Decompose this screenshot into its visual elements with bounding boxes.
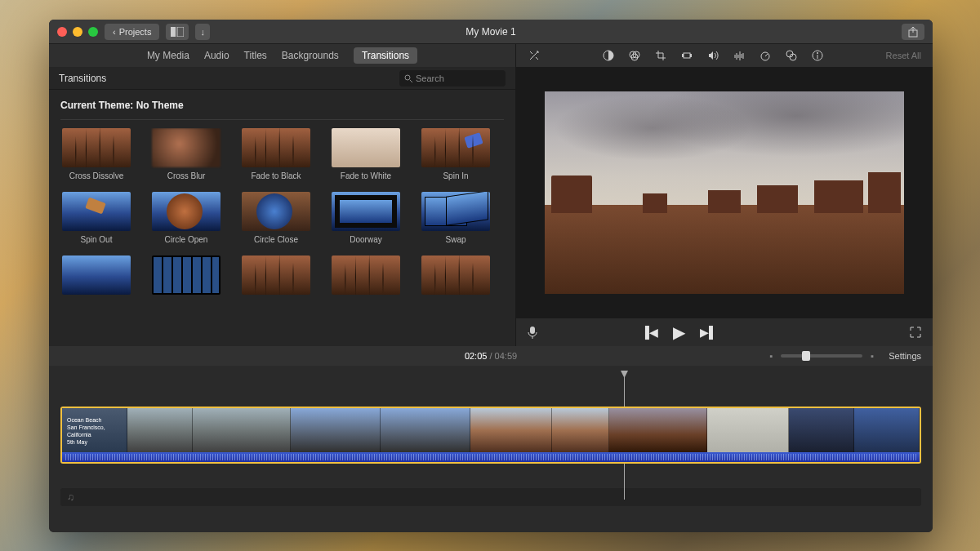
clip[interactable] (552, 408, 609, 452)
volume-icon[interactable] (706, 49, 719, 62)
playback-controls: ▐◀ ▶ ▶▌ (516, 318, 933, 346)
viewer-toolbar: Reset All (516, 44, 933, 67)
transition-label: Fade to White (341, 171, 391, 180)
transitions-grid: Cross DissolveCross BlurFade to BlackFad… (49, 128, 515, 295)
fullscreen-button[interactable] (910, 327, 921, 338)
transition-thumb (421, 256, 490, 295)
transition-thumb (62, 128, 131, 167)
transition-thumb (62, 256, 131, 295)
transition-label: Cross Dissolve (69, 171, 124, 180)
search-icon (404, 74, 412, 82)
tab-titles[interactable]: Titles (244, 50, 267, 61)
transition-item[interactable] (147, 256, 225, 295)
title-line1: Ocean Beach (67, 416, 127, 424)
browser-section-label: Transitions (59, 73, 106, 84)
transition-item[interactable] (57, 256, 136, 295)
search-input[interactable]: Search (399, 70, 506, 87)
filter-icon[interactable] (785, 49, 798, 62)
stabilize-icon[interactable] (680, 49, 693, 62)
clip[interactable] (291, 408, 381, 452)
prev-frame-button[interactable]: ▐◀ (641, 326, 658, 339)
transition-thumb (242, 128, 310, 167)
transition-thumb (421, 192, 490, 231)
clip[interactable] (789, 408, 854, 452)
transition-thumb (332, 192, 400, 231)
transition-item[interactable] (416, 256, 495, 295)
transition-item[interactable]: Spin Out (57, 192, 136, 244)
audio-track[interactable] (60, 452, 921, 464)
transition-label: Fade to Black (251, 171, 301, 180)
play-button[interactable]: ▶ (673, 322, 685, 342)
app-window: ‹ Projects ↓ My Movie 1 My Media Audio T… (49, 20, 933, 532)
transition-item[interactable]: Fade to White (327, 128, 405, 180)
close-window-button[interactable] (57, 27, 67, 37)
clip-title[interactable]: Ocean Beach San Francisco, California 5t… (62, 408, 127, 452)
clip[interactable] (381, 408, 470, 452)
next-frame-button[interactable]: ▶▌ (700, 326, 717, 339)
browser-pane: My Media Audio Titles Backgrounds Transi… (49, 44, 516, 346)
noise-reduction-icon[interactable] (733, 49, 746, 62)
transition-item[interactable] (327, 256, 405, 295)
crop-icon[interactable] (654, 49, 667, 62)
clip[interactable] (609, 408, 707, 452)
upper-panes: My Media Audio Titles Backgrounds Transi… (49, 44, 933, 346)
title-line2: San Francisco, California (67, 424, 127, 438)
window-controls (57, 27, 98, 37)
tab-my-media[interactable]: My Media (147, 50, 189, 61)
info-icon[interactable] (811, 49, 824, 62)
clip[interactable] (854, 408, 920, 452)
clip[interactable] (193, 408, 291, 452)
zoom-in-icon[interactable]: ▪ (871, 351, 874, 361)
settings-button[interactable]: Settings (889, 351, 921, 361)
tab-audio[interactable]: Audio (204, 50, 229, 61)
color-balance-icon[interactable] (602, 49, 615, 62)
projects-back-button[interactable]: ‹ Projects (105, 24, 159, 40)
minimize-window-button[interactable] (73, 27, 82, 37)
transition-item[interactable]: Spin In (416, 128, 495, 180)
music-track[interactable]: ♫ (60, 488, 921, 506)
library-icon (171, 27, 184, 37)
zoom-out-icon[interactable]: ▪ (769, 351, 773, 361)
divider (60, 119, 504, 120)
download-icon: ↓ (200, 27, 205, 37)
transition-item[interactable]: Cross Dissolve (57, 128, 136, 180)
titlebar: ‹ Projects ↓ My Movie 1 (49, 20, 933, 44)
zoom-window-button[interactable] (88, 27, 98, 37)
import-button[interactable]: ↓ (195, 24, 210, 40)
browser-tabs: My Media Audio Titles Backgrounds Transi… (49, 44, 515, 67)
transition-item[interactable]: Circle Open (147, 192, 225, 244)
tab-backgrounds[interactable]: Backgrounds (282, 50, 339, 61)
video-track[interactable]: Ocean Beach San Francisco, California 5t… (60, 407, 921, 454)
transition-thumb (152, 192, 220, 231)
share-icon (908, 26, 918, 38)
clip[interactable] (707, 408, 789, 452)
enhance-icon[interactable] (528, 49, 541, 62)
preview-viewport (516, 67, 933, 318)
transition-item[interactable]: Cross Blur (147, 128, 225, 180)
svg-rect-9 (684, 53, 690, 58)
timeline-pane[interactable]: Ocean Beach San Francisco, California 5t… (49, 366, 933, 532)
color-correction-icon[interactable] (628, 49, 641, 62)
voiceover-icon[interactable] (528, 326, 537, 339)
transition-label: Spin In (443, 171, 468, 180)
theme-label: Current Theme: No Theme (49, 90, 515, 119)
transition-label: Doorway (350, 235, 381, 244)
transition-item[interactable]: Fade to Black (237, 128, 315, 180)
share-button[interactable] (902, 24, 924, 40)
transition-thumb (152, 256, 220, 295)
transition-item[interactable]: Doorway (327, 192, 405, 244)
transition-item[interactable]: Swap (416, 192, 495, 244)
library-toggle-button[interactable] (166, 24, 189, 40)
transition-item[interactable] (237, 256, 315, 295)
zoom-slider[interactable] (781, 354, 862, 358)
svg-rect-19 (530, 327, 535, 334)
tab-transitions[interactable]: Transitions (354, 47, 417, 64)
viewer-pane: Reset All ▐◀ ▶ ▶▌ (516, 44, 933, 346)
reset-all-button[interactable]: Reset All (886, 51, 921, 60)
clip[interactable] (470, 408, 552, 452)
preview-video[interactable] (545, 91, 904, 294)
clip[interactable] (127, 408, 193, 452)
speed-icon[interactable] (759, 49, 772, 62)
transition-item[interactable]: Circle Close (237, 192, 315, 244)
search-placeholder: Search (416, 73, 444, 83)
